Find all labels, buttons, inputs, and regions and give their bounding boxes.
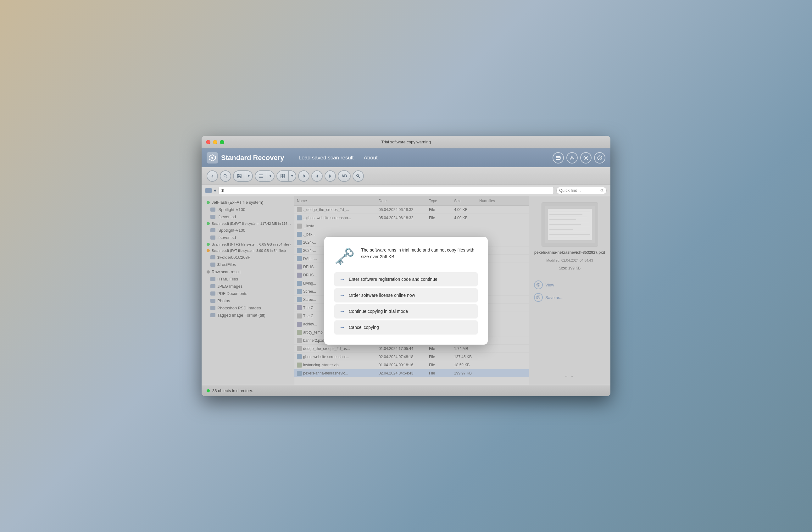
modal-header: 🗝️ The software runs in trial mode and c… <box>334 247 478 266</box>
app-window: Trial software copy warning Standard Rec… <box>202 136 610 396</box>
trial-option[interactable]: → Continue copying in trial mode <box>334 304 478 319</box>
minimize-button[interactable] <box>213 140 217 144</box>
save-icon <box>234 171 245 181</box>
arrow-icon: → <box>339 292 345 299</box>
logo-icon <box>207 152 218 163</box>
save-dropdown-arrow[interactable]: ▼ <box>245 171 252 181</box>
help-icon-btn[interactable]: ? <box>594 152 605 163</box>
svg-point-5 <box>585 157 587 159</box>
person-icon-btn[interactable] <box>566 152 578 163</box>
svg-point-19 <box>303 175 304 177</box>
grid-button-with-dropdown[interactable]: ▼ <box>276 171 296 182</box>
modal-options: → Enter software registration code and c… <box>334 272 478 335</box>
order-option[interactable]: → Order software license online now <box>334 288 478 302</box>
svg-marker-20 <box>316 174 318 178</box>
status-indicator <box>207 389 210 393</box>
prev-button[interactable] <box>311 171 323 182</box>
close-button[interactable] <box>206 140 211 144</box>
svg-line-23 <box>359 176 360 178</box>
list-icon <box>255 171 267 181</box>
path-bar <box>202 185 610 196</box>
menu-bar: Standard Recovery Load saved scan result… <box>202 148 610 167</box>
search-box <box>556 187 607 194</box>
menu-right-icons: ? <box>553 152 605 163</box>
back-button[interactable] <box>207 171 218 182</box>
grid-icon <box>277 171 289 181</box>
window-title: Trial software copy warning <box>381 139 431 144</box>
menu-load-scan[interactable]: Load saved scan result <box>294 152 359 163</box>
maximize-button[interactable] <box>220 140 224 144</box>
arrow-icon: → <box>339 324 345 331</box>
gear-icon-btn[interactable] <box>580 152 592 163</box>
toolbar: ▼ ▼ ▼ AB <box>202 167 610 185</box>
svg-rect-10 <box>237 174 241 178</box>
cancel-option[interactable]: → Cancel copying <box>334 321 478 335</box>
svg-rect-17 <box>281 176 282 178</box>
svg-text:?: ? <box>599 156 601 160</box>
svg-point-24 <box>601 189 603 191</box>
list-dropdown-arrow[interactable]: ▼ <box>267 171 274 181</box>
list-button-with-dropdown[interactable]: ▼ <box>255 171 275 182</box>
svg-line-25 <box>602 191 603 192</box>
status-bar: 38 objects in directory. <box>202 385 610 396</box>
modal-keys-icon: 🗝️ <box>334 247 355 266</box>
modal-overlay: 🗝️ The software runs in trial mode and c… <box>202 196 610 385</box>
svg-rect-16 <box>283 174 284 176</box>
svg-line-9 <box>226 177 227 178</box>
key-button[interactable] <box>352 171 364 182</box>
card-icon-btn[interactable] <box>553 152 564 163</box>
register-label: Enter software registration code and con… <box>349 277 437 282</box>
path-bullet <box>214 190 216 191</box>
save-button-with-dropdown[interactable]: ▼ <box>233 171 253 182</box>
path-folder-icon <box>205 188 212 193</box>
path-input[interactable] <box>219 187 554 194</box>
app-name: Standard Recovery <box>221 154 284 162</box>
main-content: JetFlash (ExFAT file system) .Spotlight-… <box>202 196 610 385</box>
order-label: Order software license online now <box>349 293 415 298</box>
quick-find-input[interactable] <box>559 188 599 193</box>
trial-label: Continue copying in trial mode <box>349 309 408 314</box>
svg-point-8 <box>224 174 227 177</box>
app-logo: Standard Recovery <box>207 152 284 163</box>
menu-about[interactable]: About <box>359 152 382 163</box>
search-icon <box>600 188 604 193</box>
title-bar: Trial software copy warning <box>202 136 610 148</box>
window-controls <box>206 140 224 144</box>
svg-marker-21 <box>329 174 331 178</box>
ab-button[interactable]: AB <box>338 171 351 182</box>
scan-button[interactable] <box>298 171 309 182</box>
arrow-icon: → <box>339 276 345 283</box>
svg-rect-18 <box>283 176 284 178</box>
search-button[interactable] <box>220 171 231 182</box>
modal-message: The software runs in trial mode and can … <box>361 247 478 260</box>
svg-rect-2 <box>556 157 561 160</box>
grid-dropdown-arrow[interactable]: ▼ <box>289 171 295 181</box>
status-text: 38 objects in directory. <box>212 388 253 393</box>
modal-dialog: 🗝️ The software runs in trial mode and c… <box>324 237 488 344</box>
next-button[interactable] <box>324 171 336 182</box>
arrow-icon: → <box>339 308 345 315</box>
svg-rect-15 <box>281 174 282 176</box>
cancel-label: Cancel copying <box>349 325 379 330</box>
svg-point-1 <box>211 157 213 159</box>
svg-point-4 <box>571 156 573 158</box>
svg-rect-11 <box>238 176 241 178</box>
register-option[interactable]: → Enter software registration code and c… <box>334 272 478 286</box>
